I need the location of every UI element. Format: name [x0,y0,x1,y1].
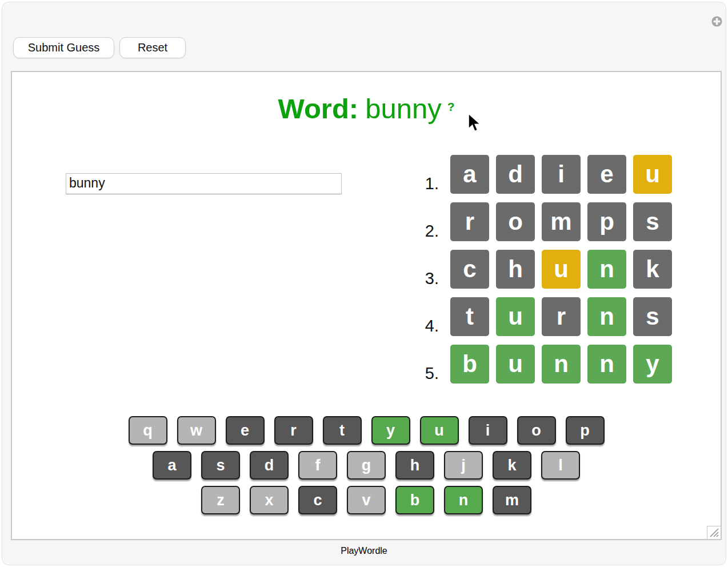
key-o[interactable]: o [517,416,556,445]
guess-tile-u: u [633,155,672,194]
key-t[interactable]: t [323,416,362,445]
key-n[interactable]: n [444,486,483,514]
guess-tile-c: c [450,250,489,289]
guess-row-number: 1. [413,175,439,192]
key-l[interactable]: l [541,451,580,480]
resize-handle[interactable] [707,526,721,539]
key-s[interactable]: s [201,451,240,480]
guess-row: 5.bunny [413,345,672,384]
key-p[interactable]: p [566,416,605,445]
submit-guess-button[interactable]: Submit Guess [13,37,114,58]
key-h[interactable]: h [395,451,434,480]
key-m[interactable]: m [493,486,531,514]
key-r[interactable]: r [274,416,313,445]
guess-tile-m: m [542,202,581,241]
keyboard-row: qwertyuiop [129,416,605,445]
guess-row-number: 4. [413,318,439,334]
guess-tile-e: e [587,155,626,194]
guess-row: 1.adieu [413,155,672,194]
guess-tile-k: k [633,250,672,289]
guess-tile-s: s [633,202,672,241]
guess-tile-h: h [496,250,535,289]
guess-row-number: 2. [413,223,439,239]
guess-grid: 1.adieu2.romps3.chunk4.turns5.bunny [413,155,672,384]
game-panel: Word:bunny? 1.adieu2.romps3.chunk4.turns… [11,71,722,540]
title-word: bunny [365,93,442,124]
resize-handle-icon [709,528,719,538]
guess-tile-n: n [587,345,626,384]
guess-row-number: 5. [413,365,439,382]
key-k[interactable]: k [493,451,531,480]
key-c[interactable]: c [298,486,337,514]
guess-tile-b: b [450,345,489,384]
key-b[interactable]: b [395,486,434,514]
guess-tile-n: n [587,297,626,336]
title-label: Word: [278,93,359,124]
caption: PlayWordle [2,546,726,556]
toolbar: Submit Guess Reset [13,37,186,58]
key-d[interactable]: d [250,451,289,480]
guess-row: 2.romps [413,202,672,241]
keyboard-row: zxcvbnm [201,486,531,514]
page-title: Word:bunny? [12,93,721,125]
keyboard-row: asdfghjkl [153,451,580,480]
guess-tile-y: y [633,345,672,384]
keyboard: qwertyuiopasdfghjklzxcvbnm [12,416,721,514]
guess-tile-i: i [542,155,581,194]
key-j[interactable]: j [444,451,483,480]
guess-tile-r: r [450,202,489,241]
key-g[interactable]: g [347,451,386,480]
key-f[interactable]: f [298,451,337,480]
guess-tile-u: u [542,250,581,289]
key-a[interactable]: a [153,451,191,480]
key-q[interactable]: q [129,416,167,445]
key-u[interactable]: u [420,416,459,445]
guess-tile-u: u [496,297,535,336]
key-i[interactable]: i [469,416,507,445]
app-window: Submit Guess Reset Word:bunny? 1.adieu2.… [2,2,726,565]
guess-tile-s: s [633,297,672,336]
guess-tile-o: o [496,202,535,241]
reset-button[interactable]: Reset [119,37,186,58]
key-w[interactable]: w [177,416,216,445]
key-y[interactable]: y [371,416,410,445]
guess-tile-a: a [450,155,489,194]
mouse-cursor-icon [467,113,482,134]
key-x[interactable]: x [250,486,289,514]
guess-tile-r: r [542,297,581,336]
key-e[interactable]: e [226,416,265,445]
key-v[interactable]: v [347,486,386,514]
guess-tile-p: p [587,202,626,241]
guess-input[interactable] [66,173,342,194]
guess-tile-u: u [496,345,535,384]
guess-tile-n: n [542,345,581,384]
guess-row: 4.turns [413,297,672,336]
guess-row-number: 3. [413,270,439,287]
help-question-mark[interactable]: ? [447,100,455,113]
guess-tile-t: t [450,297,489,336]
plus-icon[interactable] [711,16,722,27]
guess-tile-d: d [496,155,535,194]
guess-tile-n: n [587,250,626,289]
key-z[interactable]: z [201,486,240,514]
guess-row: 3.chunk [413,250,672,289]
